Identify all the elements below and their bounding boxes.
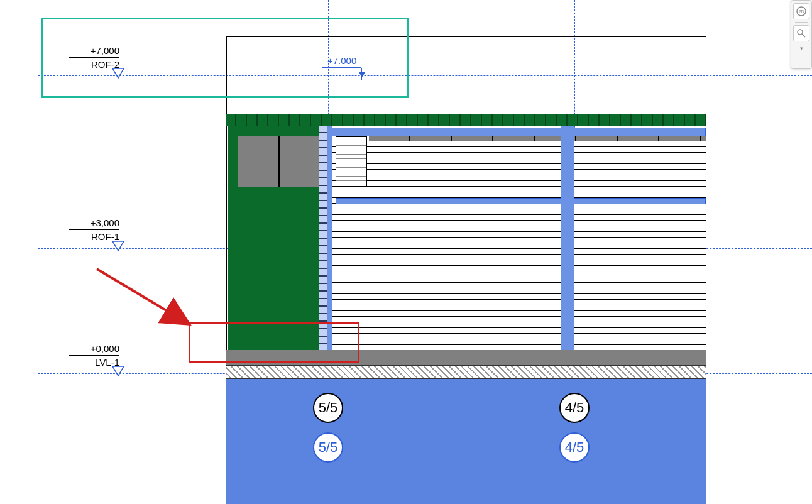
grid-bubble-5-blue[interactable]: 5/5	[313, 432, 343, 463]
stair-opening	[336, 136, 367, 187]
level-tag-rof1[interactable]: +3,000 ROF-1	[69, 217, 119, 242]
interior-siding	[332, 141, 706, 350]
nav-dropdown-button[interactable]: ▾	[793, 44, 809, 53]
annotation-red-arrow-icon	[93, 265, 192, 328]
nav-zoom-button[interactable]	[793, 25, 809, 41]
below-grade-fill	[226, 379, 706, 504]
grid-bubble-text: 5/5	[319, 439, 338, 456]
grid-bubble-text: 4/5	[565, 439, 584, 456]
grid-bubble-4-blue[interactable]: 4/5	[559, 432, 590, 463]
level-head-icon	[112, 241, 124, 253]
annotation-teal-box	[41, 18, 409, 98]
grid-bubble-text: 4/5	[565, 400, 584, 416]
level-tag-lvl1[interactable]: +0,000 LVL-1	[69, 343, 119, 368]
grid-bubble-5-black[interactable]: 5/5	[313, 393, 343, 423]
svg-text:2D: 2D	[799, 9, 804, 14]
drawing-canvas[interactable]: +7,000 ROF-2 +3,000 ROF-1 +0,000 LVL-1 +…	[0, 0, 812, 504]
steel-column-4	[561, 126, 574, 375]
level-elev: +3,000	[69, 217, 119, 230]
grid-bubble-4-black[interactable]: 4/5	[559, 393, 590, 423]
nav-2d-icon: 2D	[796, 6, 807, 17]
chevron-down-icon: ▾	[800, 45, 803, 52]
mullion-lines	[238, 136, 319, 187]
nav-2d-button[interactable]: 2D	[793, 3, 809, 19]
navigation-bar: 2D ▾	[791, 0, 812, 69]
ground-hatch	[226, 365, 706, 379]
grid-bubble-text: 5/5	[319, 400, 338, 416]
steel-beam-mid	[336, 198, 706, 204]
magnifier-icon	[796, 28, 806, 38]
level-head-icon	[112, 366, 124, 378]
svg-point-3	[798, 30, 803, 35]
annotation-red-box	[189, 322, 359, 363]
roof-pattern	[226, 114, 706, 126]
divider	[795, 22, 808, 23]
steel-beam-top	[319, 128, 706, 136]
building-section	[226, 36, 706, 504]
svg-line-4	[802, 34, 805, 37]
level-elev: +0,000	[69, 343, 119, 356]
svg-line-0	[97, 269, 187, 323]
